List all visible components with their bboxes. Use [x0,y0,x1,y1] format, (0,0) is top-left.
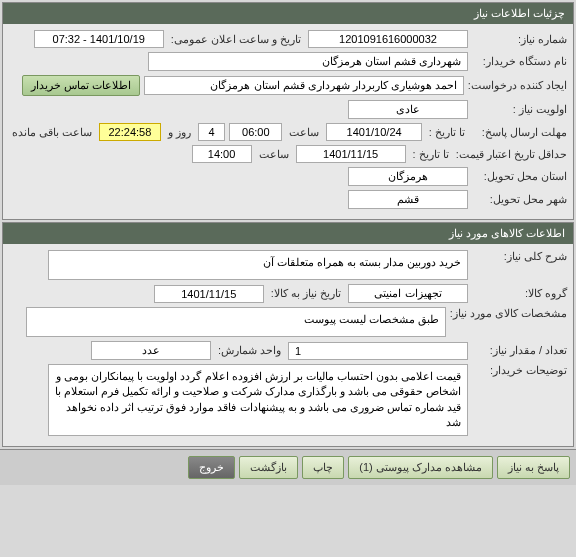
announce-value: 1401/10/19 - 07:32 [34,30,164,48]
to-date-label-2: تا تاریخ : [410,148,452,161]
need-date-value: 1401/11/15 [154,285,264,303]
buyer-value: شهرداری قشم استان هرمزگان [148,52,468,71]
footer-bar: پاسخ به نیاز مشاهده مدارک پیوستی (1) چاپ… [0,449,576,485]
reply-time-value: 06:00 [229,123,282,141]
group-value: تجهیزات امنیتی [348,284,468,303]
priority-value: عادی [348,100,468,119]
reply-button[interactable]: پاسخ به نیاز [497,456,570,479]
reply-date-value: 1401/10/24 [326,123,421,141]
need-date-label: تاریخ نیاز به کالا: [268,287,344,300]
desc-value: خرید دوربین مدار بسته به همراه متعلقات آ… [48,250,468,280]
back-button[interactable]: بازگشت [239,456,298,479]
need-info-body: شماره نیاز: 1201091616000032 تاریخ و ساع… [3,24,573,219]
time-label-1: ساعت [286,126,322,139]
specs-value: طبق مشخصات لیست پیوست [26,307,446,337]
exit-button[interactable]: خروج [188,456,235,479]
delivery-province-value: هرمزگان [348,167,468,186]
need-number-label: شماره نیاز: [472,33,567,46]
days-value: 4 [198,123,226,141]
delivery-province-label: استان محل تحویل: [472,170,567,183]
requester-value: احمد هوشیاری کاربردار شهرداری قشم استان … [144,76,464,95]
delivery-city-value: قشم [348,190,468,209]
remain-time-value: 22:24:58 [99,123,161,141]
group-label: گروه کالا: [472,287,567,300]
attachments-button[interactable]: مشاهده مدارک پیوستی (1) [348,456,493,479]
buyer-contact-button[interactable]: اطلاعات تماس خریدار [22,75,140,96]
goods-info-body: شرح کلی نیاز: خرید دوربین مدار بسته به ه… [3,244,573,446]
unit-label: واحد شمارش: [215,344,284,357]
print-button[interactable]: چاپ [302,456,344,479]
to-date-label-1: تا تاریخ : [426,126,468,139]
buyer-notes-label: توضیحات خریدار: [472,364,567,377]
validity-time-value: 14:00 [192,145,252,163]
time-label-2: ساعت [256,148,292,161]
need-info-panel: چزئیات اطلاعات نیاز شماره نیاز: 12010916… [2,2,574,220]
announce-label: تاریخ و ساعت اعلان عمومی: [168,33,304,46]
unit-value: عدد [91,341,211,360]
qty-value: 1 [288,342,468,360]
validity-label: حداقل تاریخ اعتبار قیمت: [456,148,567,161]
need-number-value: 1201091616000032 [308,30,468,48]
reply-deadline-label: مهلت ارسال پاسخ: [472,126,567,139]
goods-info-panel: اطلاعات کالاهای مورد نیاز شرح کلی نیاز: … [2,222,574,447]
remain-label: ساعت باقی مانده [9,126,95,139]
desc-label: شرح کلی نیاز: [472,250,567,263]
validity-date-value: 1401/11/15 [296,145,406,163]
buyer-label: نام دستگاه خریدار: [472,55,567,68]
buyer-notes-value: قیمت اعلامی بدون احتساب مالیات بر ارزش ا… [48,364,468,436]
specs-label: مشخصات کالای مورد نیاز: [450,307,567,320]
qty-label: تعداد / مقدار نیاز: [472,344,567,357]
priority-label: اولویت نیاز : [472,103,567,116]
delivery-city-label: شهر محل تحویل: [472,193,567,206]
days-label: روز و [165,126,194,139]
need-info-header: چزئیات اطلاعات نیاز [3,3,573,24]
goods-info-header: اطلاعات کالاهای مورد نیاز [3,223,573,244]
requester-label: ایجاد کننده درخواست: [468,79,567,92]
